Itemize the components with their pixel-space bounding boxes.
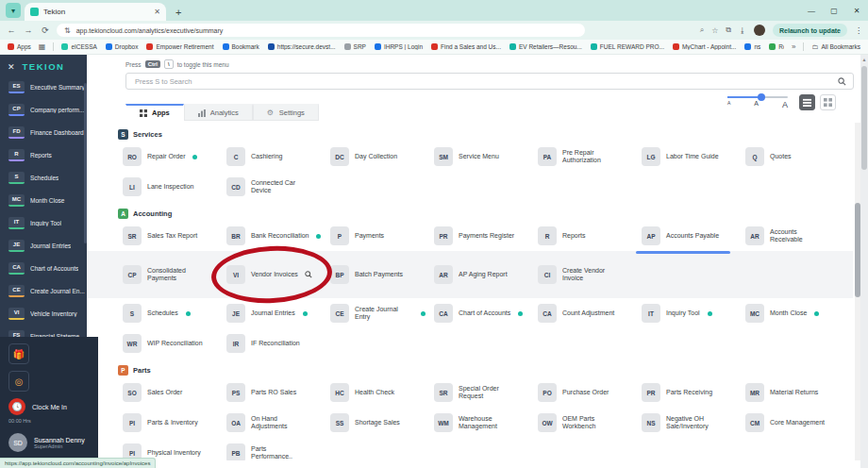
bookmark-item[interactable]: RouteOne [769, 43, 784, 50]
app-batch-payments[interactable]: BPBatch Payments [330, 265, 434, 284]
app-sales-order[interactable]: SOSales Order [123, 383, 226, 402]
bookmark-item[interactable]: Dropbox [106, 43, 139, 50]
bookmark-item[interactable]: MyChart - Appoint... [673, 43, 736, 50]
tab-close-icon[interactable]: ✕ [154, 8, 160, 16]
app-oem-parts-workbench[interactable]: OWOEM Parts Workbench [538, 413, 642, 432]
sidebar-item-month-close[interactable]: MCMonth Close [0, 189, 87, 211]
app-on-hand-adjustments[interactable]: OAOn Hand Adjustments [226, 413, 330, 432]
app-service-menu[interactable]: SMService Menu [434, 147, 538, 166]
app-wip-reconciliation[interactable]: WRWIP Reconciliation [123, 334, 226, 353]
app-parts-performance[interactable]: PBParts Performance.. [226, 443, 330, 460]
app-repair-order[interactable]: RORepair Order [123, 147, 226, 166]
app-connected-car-device[interactable]: CDConnected Car Device [226, 177, 330, 196]
bookmark-item[interactable]: ns [744, 43, 760, 50]
bookmarks-overflow-icon[interactable]: » [792, 42, 795, 51]
tab-search-icon[interactable]: ▾ [6, 3, 21, 18]
sidebar-item-chart-of-accounts[interactable]: CAChart of Accounts [0, 257, 87, 279]
app-create-journal-entry[interactable]: CECreate Journal Entry [330, 304, 434, 323]
grid-view-button[interactable] [820, 94, 836, 110]
app-negative-oh-sale-inventory[interactable]: NSNegative OH Sale/Inventory [642, 413, 745, 432]
app-payments[interactable]: PPayments [330, 226, 434, 245]
app-parts-ro-sales[interactable]: PSParts RO Sales [226, 383, 330, 402]
all-bookmarks[interactable]: 🗀 All Bookmarks [811, 43, 860, 50]
search-tabs-icon[interactable]: ⌕ [700, 25, 704, 35]
apps-shortcut[interactable]: Apps [8, 43, 31, 50]
bookmark-item[interactable]: Empower Retirement [146, 43, 213, 50]
tab-apps[interactable]: Apps [125, 104, 184, 121]
app-day-collection[interactable]: DCDay Collection [330, 147, 434, 166]
bookmark-item[interactable]: Find a Sales and Us... [431, 43, 501, 50]
search-input[interactable] [133, 76, 838, 87]
app-shortage-sales[interactable]: SSShortage Sales [330, 413, 434, 432]
app-schedules[interactable]: SSchedules [123, 304, 226, 323]
chrome-menu-icon[interactable]: ⋮ [855, 26, 862, 35]
app-sales-tax-report[interactable]: SRSales Tax Report [123, 226, 226, 245]
rewards-icon[interactable]: 🎁 [8, 343, 29, 364]
list-view-button[interactable] [799, 94, 815, 110]
icon-size-slider[interactable]: A A A [727, 92, 788, 108]
tab-analytics[interactable]: Analytics [184, 104, 253, 121]
scroll-up-icon[interactable]: ▲ [860, 55, 868, 64]
bookmark-item[interactable]: EV Retailers—Resou... [509, 43, 582, 50]
sidebar-item-finance-dashboard[interactable]: FDFinance Dashboard [0, 121, 87, 143]
new-tab-button[interactable]: + [175, 7, 181, 18]
maximize-button[interactable]: ▢ [823, 0, 845, 21]
user-menu[interactable]: SD Susannah Denny SuperAdmin [8, 433, 90, 452]
site-settings-icon[interactable]: ⇅ [64, 26, 71, 35]
app-payments-register[interactable]: PRPayments Register [434, 226, 538, 245]
app-health-check[interactable]: HCHealth Check [330, 383, 434, 402]
url-bar[interactable]: ⇅ app.tekioncloud.com/analytics/executiv… [57, 24, 585, 37]
bookmark-item[interactable]: FUEL REWARD PRO... [591, 43, 664, 50]
reading-list-icon[interactable]: ▦ [39, 42, 46, 51]
relaunch-button[interactable]: Relaunch to update [773, 24, 847, 37]
back-icon[interactable]: ← [6, 25, 17, 35]
app-vendor-invoices[interactable]: VIVendor Invoices [226, 265, 330, 284]
browser-profile-avatar[interactable] [754, 25, 765, 36]
app-if-reconciliation[interactable]: IRIF Reconciliation [226, 334, 330, 353]
sidebar-item-vehicle-inventory[interactable]: VIVehicle Inventory [0, 302, 87, 325]
sidebar-item-company-perform[interactable]: CPCompany perform... [0, 98, 87, 121]
app-journal-entries[interactable]: JEJournal Entries [226, 304, 330, 323]
app-quotes[interactable]: QQuotes [745, 147, 849, 166]
page-scrollbar[interactable]: ▲ [860, 55, 868, 468]
app-labor-time-guide[interactable]: LGLabor Time Guide [642, 147, 745, 166]
clock-in-button[interactable]: 🕓 Clock Me In [8, 398, 90, 415]
app-count-adjustment[interactable]: CACount Adjustment [538, 304, 642, 323]
app-month-close[interactable]: MCMonth Close [745, 304, 849, 323]
app-reports[interactable]: RReports [538, 226, 642, 245]
app-create-vendor-invoice[interactable]: CICreate Vendor Invoice [538, 265, 642, 284]
app-core-management[interactable]: CMCore Management [745, 413, 849, 432]
sidebar-close-icon[interactable]: ✕ [8, 62, 15, 72]
app-lane-inspection[interactable]: LILane Inspection [123, 177, 226, 196]
app-ap-aging-report[interactable]: ARAP Aging Report [434, 265, 538, 284]
sidebar-item-inquiry-tool[interactable]: ITInquiry Tool [0, 211, 87, 234]
bookmark-item[interactable]: Bookmark [223, 43, 259, 50]
minimize-button[interactable]: — [800, 0, 823, 21]
sidebar-item-journal-entries[interactable]: JEJournal Entries [0, 234, 87, 257]
app-bank-reconciliation[interactable]: BRBank Reconciliation [226, 226, 330, 245]
downloads-icon[interactable]: ⭳ [739, 26, 746, 35]
sidebar-item-reports[interactable]: RReports [0, 143, 87, 166]
reload-icon[interactable]: ⟳ [40, 25, 51, 35]
sidebar-item-schedules[interactable]: SSchedules [0, 166, 87, 189]
app-chart-of-accounts[interactable]: CAChart of Accounts [434, 304, 538, 323]
app-material-returns[interactable]: MRMaterial Returns [745, 383, 849, 402]
app-inquiry-tool[interactable]: ITInquiry Tool [642, 304, 745, 323]
app-consolidated-payments[interactable]: CPConsolidated Payments [123, 265, 226, 284]
page-scroll-thumb[interactable] [861, 66, 867, 170]
sidebar-item-executive-summary[interactable]: ESExecutive Summary [0, 75, 87, 98]
forward-icon[interactable]: → [23, 25, 34, 35]
bookmark-item[interactable]: IHRPS | Login [375, 43, 423, 50]
app-warehouse-management[interactable]: WMWarehouse Management [434, 413, 538, 432]
app-cashiering[interactable]: CCashiering [226, 147, 330, 166]
close-button[interactable]: ✕ [845, 0, 868, 21]
sidebar-item-create-journal-en[interactable]: CECreate Journal En... [0, 279, 87, 302]
bookmark-item[interactable]: SRP [344, 43, 366, 50]
app-special-order-request[interactable]: SRSpecial Order Request [434, 383, 538, 402]
bookmark-star-icon[interactable]: ☆ [711, 26, 718, 35]
app-parts-receiving[interactable]: PRParts Receiving [642, 383, 745, 402]
app-parts-inventory[interactable]: PIParts & Inventory [123, 413, 226, 432]
app-purchase-order[interactable]: POPurchase Order [538, 383, 642, 402]
app-accounts-payable[interactable]: APAccounts Payable [642, 226, 745, 245]
browser-tab[interactable]: Tekion ✕ [25, 3, 166, 21]
